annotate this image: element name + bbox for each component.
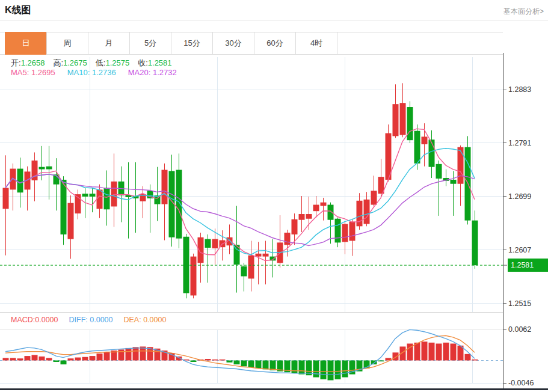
open-label: 开: — [11, 58, 21, 67]
svg-text:1.2791: 1.2791 — [508, 139, 531, 147]
tab-timeframe-4[interactable]: 15分 — [171, 32, 213, 55]
candles-layer — [3, 83, 478, 298]
svg-text:1.2699: 1.2699 — [508, 192, 531, 201]
timeframe-tabbar: 日周月5分15分30分60分4时 — [5, 32, 337, 55]
ma5-legend: MA5: 1.2695 — [11, 68, 55, 77]
svg-text:1.2607: 1.2607 — [508, 246, 531, 254]
high-label: 高: — [53, 58, 63, 67]
tab-timeframe-7[interactable]: 4时 — [295, 32, 337, 55]
svg-text:-0.0046: -0.0046 — [508, 379, 534, 387]
tab-timeframe-6[interactable]: 60分 — [254, 32, 296, 55]
tab-timeframe-3[interactable]: 5分 — [129, 32, 171, 55]
axis-labels: 1.28831.27911.26991.26071.25150.0062-0.0… — [508, 85, 534, 387]
svg-text:1.2515: 1.2515 — [508, 299, 531, 308]
low-value: 1.2575 — [105, 58, 129, 67]
macd-value: MACD:0.0000 — [11, 316, 58, 324]
last-price-tag: 1.2581 — [508, 259, 548, 272]
close-label: 收: — [138, 58, 148, 67]
ma-legend: MA5: 1.2695MA10: 1.2736MA20: 1.2732 — [11, 68, 177, 77]
high-value: 1.2675 — [63, 58, 87, 67]
svg-text:1.2883: 1.2883 — [508, 85, 531, 94]
macd-histogram — [3, 341, 478, 380]
ma20-legend: MA20: 1.2732 — [128, 68, 177, 77]
macd-legend: MACD:0.0000DIFF: 0.0000DEA: 0.0000 — [11, 316, 166, 324]
close-value: 1.2581 — [148, 58, 172, 67]
diff-value: DIFF: 0.0000 — [69, 316, 113, 324]
tab-timeframe-5[interactable]: 30分 — [212, 32, 254, 55]
ohlc-legend: 开:1.2658高:1.2675低:1.2575收:1.2581 — [11, 58, 180, 69]
tab-timeframe-2[interactable]: 月 — [88, 32, 130, 55]
right-axis — [503, 53, 507, 388]
ma10-legend: MA10: 1.2736 — [67, 68, 116, 77]
low-label: 低: — [96, 58, 106, 67]
gridlines — [0, 57, 503, 383]
open-value: 1.2658 — [21, 58, 45, 67]
dea-value: DEA: 0.0000 — [123, 316, 166, 324]
tab-timeframe-0[interactable]: 日 — [5, 32, 47, 55]
svg-text:0.0062: 0.0062 — [508, 325, 531, 334]
tab-timeframe-1[interactable]: 周 — [46, 32, 88, 55]
kline-page: K线图 基本面分析> 日周月5分15分30分60分4时 开:1.2658高:1.… — [0, 0, 548, 392]
